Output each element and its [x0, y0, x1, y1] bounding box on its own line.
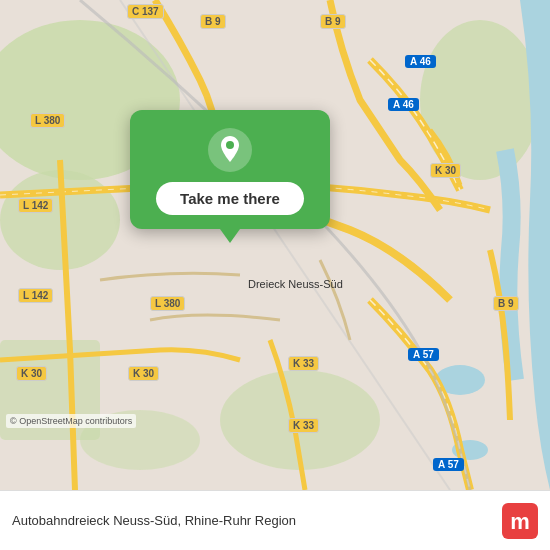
map-container: C 137 B 9 B 9 A 46 A 46 K 30 L 380 L 142… [0, 0, 550, 490]
pin-icon [208, 128, 252, 172]
road-label-l380-bottom: L 380 [150, 296, 185, 311]
popup-card: Take me there [130, 110, 330, 229]
road-label-b9-right: B 9 [493, 296, 519, 311]
take-me-there-button[interactable]: Take me there [156, 182, 304, 215]
road-label-b9-top-right: B 9 [320, 14, 346, 29]
road-label-l142-2: L 142 [18, 288, 53, 303]
road-label-b9-top-left: B 9 [200, 14, 226, 29]
road-label-k33-2: K 33 [288, 418, 319, 433]
osm-credit: © OpenStreetMap contributors [6, 414, 136, 428]
road-label-a46-2: A 46 [388, 98, 419, 111]
location-label: Dreieck Neuss-Süd [248, 278, 343, 290]
road-label-k30-left: K 30 [16, 366, 47, 381]
road-label-a46-1: A 46 [405, 55, 436, 68]
road-label-k30-right: K 30 [430, 163, 461, 178]
svg-text:m: m [510, 509, 530, 534]
road-label-k30-bottom: K 30 [128, 366, 159, 381]
road-label-c137: C 137 [127, 4, 164, 19]
moovit-logo: m [502, 503, 538, 539]
road-label-a57-1: A 57 [408, 348, 439, 361]
road-label-l380-left: L 380 [30, 113, 65, 128]
bottom-bar-title: Autobahndreieck Neuss-Süd, Rhine-Ruhr Re… [12, 513, 502, 528]
svg-point-11 [226, 141, 234, 149]
road-label-l142-1: L 142 [18, 198, 53, 213]
road-label-a57-2: A 57 [433, 458, 464, 471]
road-label-k33-1: K 33 [288, 356, 319, 371]
moovit-icon: m [502, 503, 538, 539]
bottom-bar: Autobahndreieck Neuss-Süd, Rhine-Ruhr Re… [0, 490, 550, 550]
